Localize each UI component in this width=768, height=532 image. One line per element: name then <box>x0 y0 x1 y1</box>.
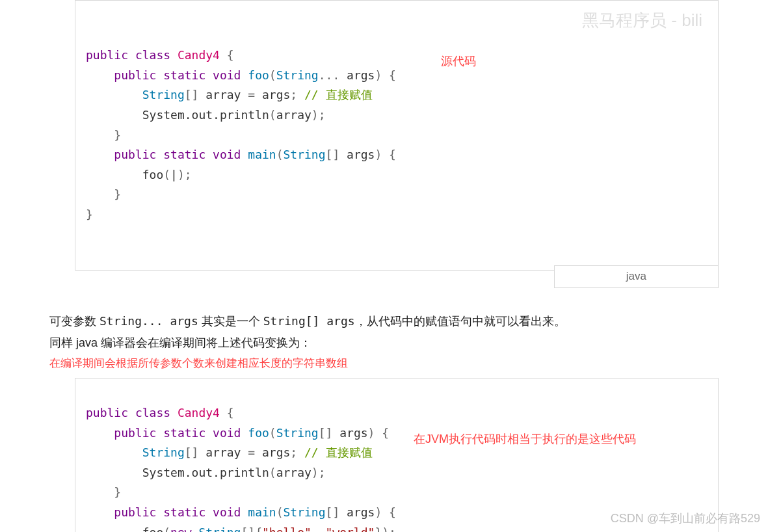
var: array <box>276 466 311 479</box>
class-name: Candy4 <box>178 406 220 419</box>
fn: main <box>248 148 276 161</box>
text: 其实是一个 <box>198 315 263 328</box>
fn: foo <box>248 426 269 440</box>
var: array <box>205 88 241 101</box>
kw: class <box>135 48 170 62</box>
call: System.out.println <box>142 466 269 479</box>
kw: static <box>163 505 205 519</box>
text: 可变参数 <box>49 315 99 328</box>
var: args <box>347 68 375 82</box>
var: args <box>262 88 290 101</box>
var: args <box>262 446 290 459</box>
kw: public <box>114 426 156 440</box>
annotation-jvm: 在JVM执行代码时相当于执行的是这些代码 <box>414 429 636 449</box>
type: String <box>284 148 326 161</box>
type: String <box>284 505 326 519</box>
type: String <box>142 446 185 459</box>
kw: class <box>135 406 170 419</box>
kw: public <box>114 68 156 82</box>
kw: static <box>163 148 205 161</box>
fn: main <box>248 505 276 519</box>
string: "world" <box>326 525 375 532</box>
kw: new <box>170 525 192 532</box>
type: String <box>276 68 319 82</box>
fn: foo <box>248 68 269 82</box>
type: String <box>276 426 319 440</box>
red-annotation-para: 在编译期间会根据所传参数个数来创建相应长度的字符串数组 <box>49 354 719 372</box>
kw: void <box>213 148 241 161</box>
call: foo <box>142 168 164 181</box>
var: args <box>339 426 367 440</box>
string: "hello" <box>262 525 311 532</box>
kw: public <box>114 148 156 161</box>
kw: public <box>86 406 128 419</box>
var: args <box>347 505 375 519</box>
text: ，从代码中的赋值语句中就可以看出来。 <box>355 315 566 328</box>
var: array <box>276 108 311 122</box>
kw: static <box>163 426 205 440</box>
comment: // 直接赋值 <box>304 88 373 101</box>
language-badge: java <box>554 265 719 288</box>
kw: static <box>163 68 205 82</box>
comment: // 直接赋值 <box>304 446 373 459</box>
kw: void <box>213 426 241 440</box>
kw: void <box>213 505 241 519</box>
annotation-source: 源代码 <box>441 51 476 72</box>
paragraph-2: 同样 java 编译器会在编译期间将上述代码变换为： <box>49 334 719 352</box>
type: String <box>142 88 185 101</box>
cursor: | <box>170 168 178 181</box>
inline-code: String[] args <box>263 314 355 328</box>
call: System.out.println <box>142 108 269 122</box>
type: String <box>198 525 241 532</box>
var: array <box>205 446 241 459</box>
kw: public <box>86 48 128 62</box>
kw: public <box>114 505 156 519</box>
call: foo <box>142 525 164 532</box>
var: args <box>347 148 375 161</box>
class-name: Candy4 <box>178 48 220 62</box>
kw: void <box>213 68 241 82</box>
code-block-compiled: public class Candy4 { public static void… <box>75 378 719 533</box>
watermark-top: 黑马程序员 - bili <box>582 6 702 34</box>
inline-code: String... args <box>99 314 198 328</box>
paragraph-1: 可变参数 String... args 其实是一个 String[] args，… <box>49 312 719 331</box>
code-block-source: 黑马程序员 - bili public class Candy4 { publi… <box>75 0 719 271</box>
